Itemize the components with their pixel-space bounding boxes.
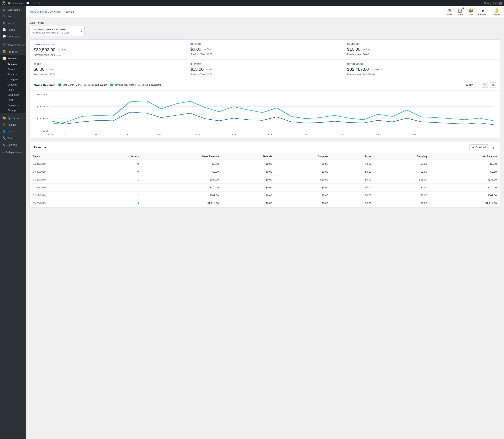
download-button[interactable]: ☁ Download — [469, 145, 488, 150]
subnav-categories[interactable]: Categories — [0, 77, 26, 82]
subnav-coupons[interactable]: Coupons — [0, 82, 26, 87]
reviews-button[interactable]: ★ Reviews 0 — [478, 8, 488, 16]
refunds-prev: Previous Year: $0.00 — [190, 53, 339, 56]
orders-link[interactable]: 0 — [137, 162, 139, 165]
col-refunds[interactable]: Refunds — [222, 153, 275, 160]
svg-text:$1.9k: $1.9k — [36, 118, 48, 120]
subnav-customers[interactable]: Customers — [0, 103, 26, 108]
cell-refunds: $0.00 — [222, 176, 275, 184]
svg-text:7: 7 — [126, 133, 129, 135]
sidebar-item-appearance[interactable]: 🎨 Appearance — [0, 115, 26, 121]
refunds-card: REFUNDS $0.00 → 0% Previous Year: $0.00 — [187, 40, 343, 60]
orders-link[interactable]: 1 — [137, 178, 139, 181]
orders-button[interactable]: 📋 Orders — [457, 8, 463, 16]
download-icon: ☁ — [472, 146, 474, 148]
legend-1-checkbox[interactable] — [59, 84, 61, 86]
breadcrumb-analytics[interactable]: Analytics — [50, 10, 61, 13]
wp-logo[interactable]: W — [1, 1, 6, 5]
new-button[interactable]: + New — [34, 2, 41, 4]
comments-count[interactable]: 💬 0 — [26, 2, 31, 4]
date-range-selector[interactable]: Last Month (Mar 1 - 31, 2019) vs. Previo… — [30, 26, 85, 36]
subnav-settings[interactable]: Settings — [0, 108, 26, 113]
sidebar-item-woocommerce[interactable]: 🛒 WooCommerce — [0, 42, 26, 48]
cell-net-revenue: $135.00 — [430, 176, 500, 184]
orders-link[interactable]: 1 — [137, 186, 139, 189]
sidebar-item-dashboard[interactable]: ⊞ Dashboard — [0, 6, 26, 13]
more-options-button[interactable]: ⋮ — [491, 144, 496, 150]
sidebar-item-tools[interactable]: 🔧 Tools — [0, 135, 26, 141]
coupons-card: COUPONS $10.00 → 0% Previous Year: $0.00 — [343, 40, 500, 60]
cell-refunds: $0.00 — [222, 160, 275, 168]
sidebar-item-users[interactable]: 👤 Users — [0, 128, 26, 135]
sidebar-item-settings[interactable]: ⚙ Settings — [0, 141, 26, 148]
toolbar-icons: ✉ Inbox 📋 Orders 📦 Stock ★ Reviews 0 — [447, 8, 500, 16]
col-taxes[interactable]: Taxes — [331, 153, 375, 160]
cell-taxes: $0.00 — [331, 199, 375, 207]
col-gross-revenue[interactable]: Gross Revenue — [142, 153, 222, 160]
cell-coupons: $0.00 — [275, 199, 331, 207]
sidebar-item-products[interactable]: 📦 Products — [0, 48, 26, 55]
col-net-revenue[interactable]: Net Revenue — [430, 153, 500, 160]
cell-gross-revenue: $0.00 — [142, 160, 222, 168]
notices-button[interactable]: 🔔 Notices — [493, 8, 500, 16]
orders-link[interactable]: 2 — [137, 194, 139, 197]
orders-link[interactable]: 0 — [137, 170, 139, 173]
sidebar-item-plugins[interactable]: 🔌 Plugins — [0, 121, 26, 128]
subnav-products[interactable]: Products — [0, 72, 26, 77]
analytics-icon: 📊 — [2, 57, 6, 60]
coupons-value: $10.00 → 0% — [347, 47, 496, 52]
cell-orders: 0 — [94, 160, 142, 168]
tools-icon: 🔧 — [2, 136, 6, 140]
svg-text:$3.8k: $3.8k — [36, 105, 48, 108]
cell-coupons: $0.00 — [275, 192, 331, 199]
breadcrumb-woocommerce[interactable]: WooCommerce — [30, 10, 47, 13]
table-row: 03/28/2019 1 $475.00 $0.00 $0.00 $0.00 $… — [30, 184, 500, 192]
sidebar-item-analytics[interactable]: 📊 Analytics — [0, 55, 26, 62]
cell-date: 03/30/2019 — [30, 168, 94, 176]
top-toolbar: WooCommerce / Analytics / Revenue ✉ Inbo… — [26, 6, 504, 17]
legend-2-checkbox[interactable] — [110, 84, 113, 86]
site-name[interactable]: 🏠 Demo store — [8, 2, 24, 4]
page-content: Date Range: Last Month (Mar 1 - 31, 2019… — [26, 17, 504, 211]
gross-revenue-card: GROSS REVENUE $32,502.00 ↘ -29% Previous… — [30, 40, 187, 60]
cell-net-revenue: $475.00 — [430, 184, 500, 192]
cell-refunds: $0.00 — [222, 168, 275, 176]
sidebar-item-media[interactable]: 🖼 Media — [0, 20, 26, 26]
table-row: 03/26/2019 3 $1,214.00 $0.00 $0.00 $0.00… — [30, 199, 500, 207]
cell-gross-revenue: $602.00 — [142, 192, 222, 199]
line-chart-button[interactable]: 〜 — [482, 82, 488, 88]
subnav-orders[interactable]: Orders — [0, 67, 26, 72]
col-date[interactable]: Date ▾ — [30, 153, 94, 160]
taxes-change: → 0% — [47, 68, 54, 71]
dashboard-icon: ⊞ — [2, 8, 6, 12]
gross-revenue-prev: Previous Year: $46,018.00 — [34, 54, 182, 56]
coupons-change: → 0% — [363, 48, 370, 51]
stats-grid: GROSS REVENUE $32,502.00 ↘ -29% Previous… — [30, 39, 500, 79]
svg-text:16: 16 — [231, 133, 236, 135]
subnav-revenue[interactable]: Revenue — [0, 62, 26, 67]
col-coupons[interactable]: Coupons — [275, 153, 331, 160]
sidebar-item-comments[interactable]: 💬 Comments — [0, 33, 26, 40]
collapse-menu-button[interactable]: « Collapse menu — [0, 149, 26, 155]
subnav-stock[interactable]: Stock — [0, 98, 26, 103]
by-day-select[interactable]: By day By week By month — [464, 83, 480, 87]
bar-chart-button[interactable]: ▦ — [490, 82, 496, 87]
subnav-taxes[interactable]: Taxes — [0, 87, 26, 92]
col-shipping[interactable]: Shipping — [375, 153, 430, 160]
sidebar-item-posts[interactable]: ✎ Posts — [0, 13, 26, 20]
cell-gross-revenue: $475.00 — [142, 184, 222, 192]
stock-button[interactable]: 📦 Stock — [468, 8, 473, 16]
inbox-button[interactable]: ✉ Inbox — [447, 8, 452, 16]
notices-icon: 🔔 — [494, 8, 499, 13]
svg-text:22: 22 — [303, 133, 308, 135]
orders-link[interactable]: 3 — [137, 202, 139, 205]
sidebar-item-pages[interactable]: 📄 Pages — [0, 26, 26, 33]
shipping-card: SHIPPING $15.00 → 0% Previous Year: $0.0… — [187, 60, 343, 79]
breadcrumb: WooCommerce / Analytics / Revenue — [30, 10, 74, 13]
chart-legend-2: Previous Year (Mar 1 - 31, 2018) $46,018… — [110, 84, 161, 86]
chart-section: Gross Revenue Last Month (Mar 1 - 31, 20… — [30, 79, 500, 138]
legend-1-value: $32,502.00 — [95, 84, 107, 86]
subnav-downloads[interactable]: Downloads — [0, 92, 26, 98]
orders-icon: 📋 — [457, 8, 462, 13]
col-orders[interactable]: Orders — [94, 153, 142, 160]
